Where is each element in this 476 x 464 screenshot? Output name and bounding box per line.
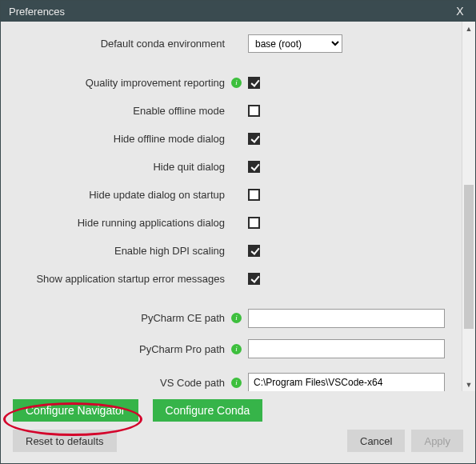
apply-button[interactable]: Apply <box>411 430 463 452</box>
scroll-thumb[interactable] <box>464 185 474 329</box>
info-icon[interactable] <box>231 313 242 323</box>
reset-defaults-button[interactable]: Reset to defaults <box>13 430 117 452</box>
info-icon[interactable] <box>231 344 242 354</box>
row-startup-errors: Show application startup error messages <box>6 265 457 293</box>
info-icon[interactable] <box>231 78 242 88</box>
row-vscode: VS Code path <box>6 366 457 391</box>
row-default-env: Default conda environment base (root) <box>6 30 457 58</box>
row-pycharm-ce: PyCharm CE path <box>6 304 457 332</box>
label-high-dpi: Enable high DPI scaling <box>6 245 231 257</box>
scroll-down-icon[interactable]: ▼ <box>462 378 475 391</box>
label-hide-offline-dialog: Hide offline mode dialog <box>6 133 231 145</box>
row-hide-offline-dialog: Hide offline mode dialog <box>6 125 457 153</box>
label-offline-mode: Enable offline mode <box>6 105 231 117</box>
row-hide-running-dialog: Hide running applications dialog <box>6 209 457 237</box>
row-pycharm-pro: PyCharm Pro path <box>6 332 457 366</box>
configure-navigator-button[interactable]: Configure Navigator <box>13 399 138 422</box>
label-hide-quit-dialog: Hide quit dialog <box>6 161 231 173</box>
input-vscode[interactable] <box>248 373 445 391</box>
row-quality-reporting: Quality improvement reporting <box>6 69 457 97</box>
cancel-button[interactable]: Cancel <box>347 430 405 452</box>
content-area: Default conda environment base (root) Qu… <box>1 22 475 391</box>
row-hide-quit-dialog: Hide quit dialog <box>6 153 457 181</box>
checkbox-startup-errors[interactable] <box>248 273 260 285</box>
checkbox-high-dpi[interactable] <box>248 245 260 257</box>
label-default-env: Default conda environment <box>6 38 231 50</box>
default-env-select[interactable]: base (root) <box>248 34 342 53</box>
row-hide-update-dialog: Hide update dialog on startup <box>6 181 457 209</box>
scroll-up-icon[interactable]: ▲ <box>462 22 475 35</box>
configure-conda-button[interactable]: Configure Conda <box>153 399 263 422</box>
checkbox-quality-reporting[interactable] <box>248 77 260 89</box>
form-panel: Default conda environment base (root) Qu… <box>1 22 462 391</box>
checkbox-hide-update-dialog[interactable] <box>248 189 260 201</box>
label-startup-errors: Show application startup error messages <box>6 273 231 285</box>
label-hide-update-dialog: Hide update dialog on startup <box>6 189 231 201</box>
input-pycharm-pro[interactable] <box>248 339 445 358</box>
vertical-scrollbar[interactable]: ▲ ▼ <box>462 22 475 391</box>
label-pycharm-ce: PyCharm CE path <box>6 312 231 324</box>
title-bar: Preferences X <box>1 1 475 22</box>
preferences-window: Preferences X Default conda environment … <box>0 0 476 464</box>
checkbox-offline-mode[interactable] <box>248 105 260 117</box>
row-high-dpi: Enable high DPI scaling <box>6 237 457 265</box>
checkbox-hide-running-dialog[interactable] <box>248 217 260 229</box>
checkbox-hide-quit-dialog[interactable] <box>248 161 260 173</box>
input-pycharm-ce[interactable] <box>248 309 445 328</box>
label-quality-reporting: Quality improvement reporting <box>6 77 231 89</box>
label-pycharm-pro: PyCharm Pro path <box>6 343 231 355</box>
window-title: Preferences <box>9 6 453 18</box>
label-vscode: VS Code path <box>6 377 231 389</box>
row-offline-mode: Enable offline mode <box>6 97 457 125</box>
info-icon[interactable] <box>231 378 242 388</box>
label-hide-running-dialog: Hide running applications dialog <box>6 217 231 229</box>
close-icon[interactable]: X <box>453 5 467 18</box>
checkbox-hide-offline-dialog[interactable] <box>248 133 260 145</box>
footer: Configure Navigator Configure Conda Rese… <box>1 391 475 463</box>
